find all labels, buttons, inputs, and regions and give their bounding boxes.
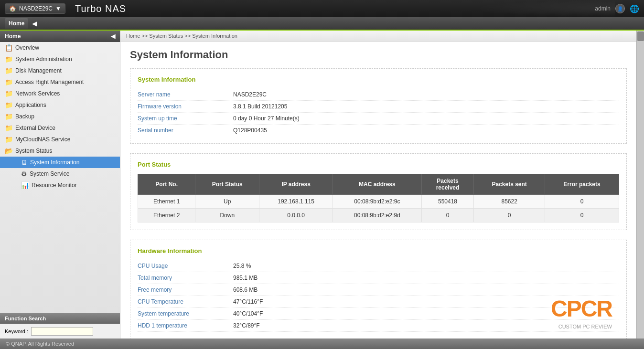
sidebar-network-services-label: Network Services	[15, 90, 60, 97]
breadcrumb-text: Home >> System Status >> System Informat…	[126, 33, 237, 39]
scrollbar-thumb[interactable]	[637, 32, 644, 41]
cpu-usage-value: 25.8 %	[233, 263, 251, 269]
hdd-temp-label: HDD 1 temperature	[138, 322, 233, 329]
page-title: System Information	[130, 49, 627, 61]
folder-icon: 📁	[5, 55, 13, 63]
folder-icon: 📁	[5, 113, 13, 120]
folder-icon: 📁	[5, 101, 13, 109]
packets-received: 0	[421, 209, 474, 222]
sidebar-item-disk-mgmt[interactable]: 📁 Disk Management	[0, 65, 120, 76]
error-packets: 0	[545, 195, 619, 209]
port-status-table: Port No. Port Status IP address MAC addr…	[138, 174, 619, 222]
port-status: Down	[195, 209, 259, 222]
hdd-temp-value: 32°C/89°F	[233, 322, 260, 329]
mac-address: 00:08:9b:d2:e2:9c	[333, 195, 421, 209]
firmware-row: Firmware version 3.8.1 Build 20121205	[138, 101, 619, 113]
sidebar-resource-monitor-label: Resource Monitor	[32, 182, 77, 189]
sidebar-disk-mgmt-label: Disk Management	[15, 67, 62, 74]
system-temp-value: 40°C/104°F	[233, 310, 263, 317]
sidebar-item-system-information[interactable]: 🖥 System Information	[0, 157, 120, 168]
hdd-temp-row: HDD 1 temperature 32°C/89°F	[138, 320, 619, 332]
server-name-label: Server name	[138, 91, 233, 98]
home-nav-button[interactable]: Home	[5, 18, 28, 29]
folder-icon: 📁	[5, 124, 13, 132]
cpu-temp-label: CPU Temperature	[138, 298, 233, 305]
system-temp-label: System temperature	[138, 310, 233, 317]
free-memory-row: Free memory 608.6 MB	[138, 284, 619, 296]
sidebar-access-right-label: Access Right Management	[15, 79, 84, 85]
sidebar-system-status-label: System Status	[15, 148, 52, 154]
admin-username: admin	[595, 5, 611, 12]
navbar: Home ◀	[0, 17, 644, 31]
free-memory-value: 608.6 MB	[233, 286, 258, 293]
sidebar: Home ◀ 📋 Overview 📁 System Administratio…	[0, 31, 120, 338]
sidebar-item-system-status[interactable]: 📂 System Status	[0, 145, 120, 157]
serial-row: Serial number Q128P00435	[138, 125, 619, 136]
device-selector[interactable]: 🏠 NASD2E29C ▼	[5, 3, 65, 14]
sidebar-system-service-label: System Service	[30, 170, 69, 177]
col-ip: IP address	[259, 174, 333, 195]
firmware-value: 3.8.1 Build 20121205	[233, 103, 287, 110]
cpcr-logo: CPCR	[551, 296, 612, 322]
free-memory-label: Free memory	[138, 286, 233, 293]
col-port-status: Port Status	[195, 174, 259, 195]
sidebar-item-backup[interactable]: 📁 Backup	[0, 111, 120, 122]
folder-icon: 📁	[5, 78, 13, 86]
watermark: CPCR CUSTOM PC REVIEW	[551, 296, 612, 329]
sidebar-header: Home ◀	[0, 31, 120, 42]
sidebar-mycloudnas-label: MyCloudNAS Service	[15, 136, 70, 143]
col-errors: Error packets	[545, 174, 619, 195]
sidebar-item-access-right[interactable]: 📁 Access Right Management	[0, 76, 120, 88]
sidebar-item-resource-monitor[interactable]: 📊 Resource Monitor	[0, 180, 120, 191]
copyright-text: © QNAP, All Rights Reserved	[6, 341, 74, 347]
sidebar-collapse-button[interactable]: ◀	[32, 20, 37, 27]
port-status: Up	[195, 195, 259, 209]
globe-icon[interactable]: 🌐	[630, 4, 639, 13]
total-memory-value: 985.1 MB	[233, 275, 258, 281]
system-service-icon: ⚙	[21, 170, 27, 178]
folder-icon: 📁	[5, 136, 13, 143]
sidebar-item-overview[interactable]: 📋 Overview	[0, 42, 120, 53]
sidebar-item-network-services[interactable]: 📁 Network Services	[0, 88, 120, 99]
system-info-section-title: System Information	[138, 76, 619, 83]
serial-value: Q128P00435	[233, 127, 267, 134]
sidebar-item-external-device[interactable]: 📁 External Device	[0, 122, 120, 134]
server-name-value: NASD2E29C	[233, 91, 267, 98]
col-sent: Packets sent	[474, 174, 545, 195]
firmware-label: Firmware version	[138, 103, 233, 110]
sidebar-backup-label: Backup	[15, 113, 34, 120]
scrollbar[interactable]	[636, 31, 644, 338]
cpu-usage-label: CPU Usage	[138, 263, 233, 269]
watermark-text: CUSTOM PC REVIEW	[551, 324, 612, 329]
keyword-input[interactable]	[31, 327, 93, 336]
table-row: Ethernet 2 Down 0.0.0.0 00:08:9b:d2:e2:9…	[138, 209, 619, 222]
sidebar-item-system-admin[interactable]: 📁 System Administration	[0, 53, 120, 65]
brand-suffix: NAS	[102, 3, 126, 14]
sidebar-system-info-label: System Information	[30, 159, 79, 166]
brand-name: Turbo	[75, 3, 102, 14]
total-memory-label: Total memory	[138, 275, 233, 281]
keyword-row: Keyword :	[5, 327, 115, 336]
sidebar-item-mycloudnas[interactable]: 📁 MyCloudNAS Service	[0, 134, 120, 145]
hardware-info-section-title: Hardware Information	[138, 247, 619, 254]
sidebar-applications-label: Applications	[15, 102, 46, 108]
hardware-info-section: Hardware Information CPU Usage 25.8 % To…	[130, 240, 627, 338]
system-info-icon: 🖥	[21, 159, 28, 166]
topbar-right: admin 👤 🌐	[595, 4, 639, 13]
overview-icon: 📋	[5, 44, 13, 52]
device-name: NASD2E29C	[19, 5, 53, 12]
port-status-section: Port Status Port No. Port Status IP addr…	[130, 153, 627, 230]
topbar: 🏠 NASD2E29C ▼ Turbo NAS admin 👤 🌐	[0, 0, 644, 17]
function-search-body: Keyword :	[0, 324, 120, 338]
sidebar-item-system-service[interactable]: ⚙ System Service	[0, 168, 120, 180]
port-status-section-title: Port Status	[138, 161, 619, 168]
dropdown-arrow: ▼	[55, 5, 61, 12]
sidebar-collapse-icon[interactable]: ◀	[111, 33, 115, 40]
sidebar-item-applications[interactable]: 📁 Applications	[0, 99, 120, 111]
keyword-label: Keyword :	[5, 328, 28, 334]
col-port-no: Port No.	[138, 174, 195, 195]
uptime-label: System up time	[138, 115, 233, 122]
admin-avatar[interactable]: 👤	[615, 4, 625, 13]
port-name: Ethernet 2	[138, 209, 195, 222]
total-memory-row: Total memory 985.1 MB	[138, 272, 619, 284]
